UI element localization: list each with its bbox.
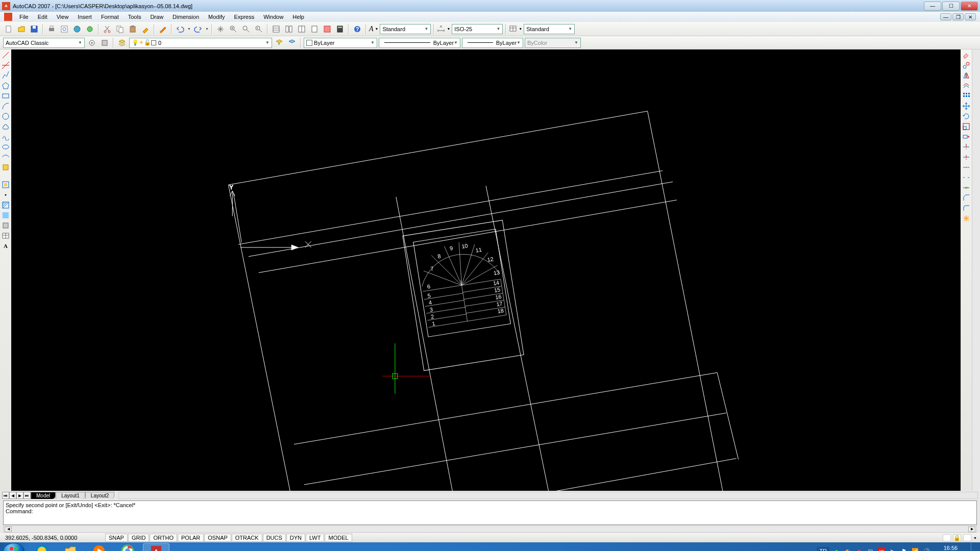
menu-tools[interactable]: Tools [124,13,145,21]
clean-screen-icon[interactable] [963,534,971,541]
menu-express[interactable]: Express [230,13,258,21]
menu-modify[interactable]: Modify [204,13,229,21]
command-scrollbar[interactable]: ◀ ▶ [3,525,977,533]
offset-tool[interactable] [962,81,971,90]
tray-icon-1[interactable]: ● [832,547,841,551]
drawing-canvas[interactable]: Y [11,49,961,491]
copy-tool[interactable] [962,61,971,70]
line-tool[interactable] [1,51,10,60]
layout1-tab[interactable]: Layout1 [56,492,85,499]
otrack-toggle[interactable]: OTRACK [232,534,262,542]
model-toggle[interactable]: MODEL [325,534,352,542]
command-prompt-line[interactable]: Command: [6,508,974,514]
redo-button[interactable] [192,23,204,35]
mirror-tool[interactable] [962,71,971,80]
quickcalc-button[interactable] [334,23,346,35]
rectangle-tool[interactable] [1,91,10,101]
minimize-button[interactable]: — [924,2,941,11]
linetype-dropdown[interactable]: ByLayer▼ [379,38,460,48]
new-button[interactable] [3,23,14,35]
plotstyle-dropdown[interactable]: ByColor▼ [525,38,581,48]
text-style-dropdown[interactable]: Standard▼ [380,24,431,34]
snap-toggle[interactable]: SNAP [105,534,128,542]
taskbar-chrome[interactable] [114,543,141,551]
vertical-scrollbar[interactable] [972,49,980,491]
fillet-tool[interactable] [962,204,971,213]
point-tool[interactable] [1,190,10,199]
ellipse-tool[interactable] [1,142,10,152]
cmd-scroll-left[interactable]: ◀ [5,527,12,532]
copy-button[interactable] [114,23,126,35]
help-button[interactable]: ? [352,23,363,35]
redo-dropdown-arrow[interactable]: ▼ [205,27,209,31]
polygon-tool[interactable] [1,81,10,90]
undo-dropdown-arrow[interactable]: ▼ [187,27,191,31]
menu-draw[interactable]: Draw [146,13,167,21]
paste-button[interactable] [127,23,138,35]
command-window[interactable]: Specify second point or [Exit/Undo] <Exi… [3,500,977,525]
zoom-previous-button[interactable] [253,23,264,35]
tab-first-button[interactable]: ⏮ [2,492,9,499]
hatch-tool[interactable] [1,201,10,210]
tray-action-center-icon[interactable]: ⚑ [900,547,908,551]
rotate-tool[interactable] [962,112,971,121]
workspace-settings-button[interactable] [86,37,97,48]
ducs-toggle[interactable]: DUCS [263,534,286,542]
layer-states-button[interactable] [286,37,298,48]
pan-button[interactable] [215,23,226,35]
lwt-toggle[interactable]: LWT [306,534,324,542]
dyn-toggle[interactable]: DYN [286,534,305,542]
stretch-tool[interactable] [962,132,971,141]
communication-center-icon[interactable] [943,534,951,541]
maximize-button[interactable]: ☐ [942,2,960,11]
menu-window[interactable]: Window [259,13,287,21]
array-tool[interactable] [962,91,971,101]
mdi-close-button[interactable]: ✕ [965,13,976,20]
menu-edit[interactable]: Edit [34,13,52,21]
properties-button[interactable] [271,23,282,35]
color-dropdown[interactable]: ByLayer▼ [304,38,377,48]
break-at-point-tool[interactable] [962,163,971,172]
ortho-toggle[interactable]: ORTHO [150,534,177,542]
taskbar-ie[interactable] [29,543,55,551]
arc-tool[interactable] [1,102,10,111]
circle-tool[interactable] [1,112,10,121]
move-tool[interactable] [962,102,971,111]
insert-block-tool[interactable] [1,163,10,172]
extend-tool[interactable] [962,153,971,162]
taskbar-explorer[interactable] [57,543,84,551]
dim-style-dropdown[interactable]: ISO-25▼ [452,24,503,34]
tray-icon-2[interactable]: ◐ [844,547,852,551]
make-block-tool[interactable] [1,180,10,189]
zoom-realtime-button[interactable] [228,23,239,35]
menu-insert[interactable]: Insert [74,13,96,21]
coordinates-display[interactable]: 392.6025, -500.8345, 0.0000 [3,534,90,541]
tab-last-button[interactable]: ⏭ [23,492,31,499]
language-indicator[interactable]: TR [817,547,829,551]
publish-button[interactable] [71,23,83,35]
menu-format[interactable]: Format [97,13,123,21]
save-button[interactable] [29,23,40,35]
tab-next-button[interactable]: ▶ [16,492,23,499]
tray-icon-ati[interactable]: ATI [877,547,886,551]
cmd-scroll-right[interactable]: ▶ [968,527,975,532]
tray-icon-4[interactable]: ▤ [866,547,874,551]
my-workspace-button[interactable] [99,37,110,48]
undo-button[interactable] [175,23,186,35]
lock-toolbar-icon[interactable]: 🔒 [953,534,961,541]
region-tool[interactable] [1,221,10,230]
layer-previous-button[interactable] [274,37,285,48]
tray-network-icon[interactable]: 📶 [911,547,919,551]
taskbar-mediaplayer[interactable] [86,543,112,551]
design-center-button[interactable] [283,23,295,35]
mtext-tool[interactable]: A [1,241,10,251]
horizontal-scrollbar[interactable] [118,492,978,499]
break-tool[interactable] [962,173,971,182]
menu-file[interactable]: File [15,13,33,21]
scale-tool[interactable] [962,122,971,131]
grid-toggle[interactable]: GRID [128,534,150,542]
show-desktop-button[interactable] [971,543,976,551]
workspace-dropdown[interactable]: AutoCAD Classic▼ [3,38,85,48]
publish-to-web-button[interactable] [84,23,95,35]
mdi-minimize-button[interactable]: — [940,13,951,20]
